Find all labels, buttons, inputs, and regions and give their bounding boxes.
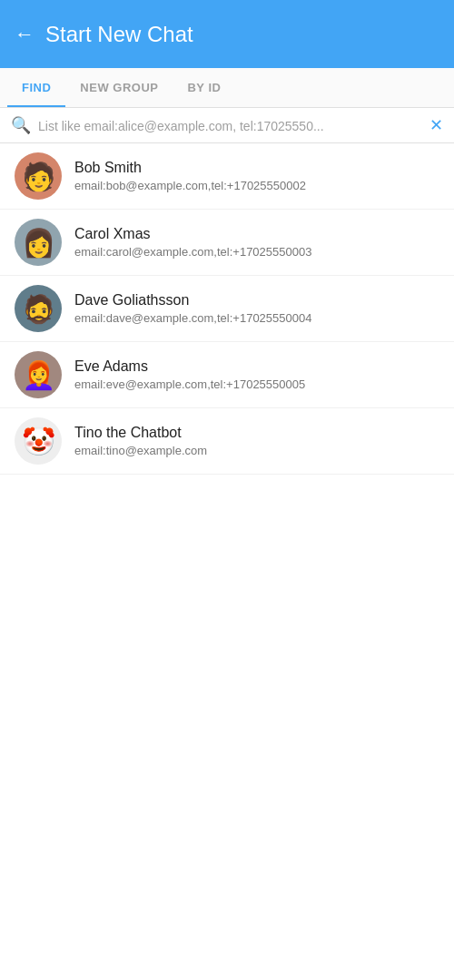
page-title: Start New Chat: [45, 22, 193, 47]
avatar: 👩: [15, 219, 62, 266]
list-item[interactable]: 👩‍🦰Eve Adamsemail:eve@example.com,tel:+1…: [0, 342, 454, 408]
contact-info: Tino the Chatbotemail:tino@example.com: [74, 425, 207, 457]
contact-name: Eve Adams: [74, 358, 305, 375]
avatar: 🤡: [15, 417, 62, 465]
contact-detail: email:carol@example.com,tel:+17025550003: [74, 245, 311, 259]
tab-by-id[interactable]: BY ID: [173, 68, 235, 107]
list-item[interactable]: 🤡Tino the Chatbotemail:tino@example.com: [0, 408, 454, 475]
clear-icon[interactable]: ✕: [429, 115, 443, 135]
header: ← Start New Chat: [0, 0, 454, 68]
search-input[interactable]: [38, 118, 422, 133]
back-button[interactable]: ←: [15, 23, 35, 46]
avatar: 🧑: [15, 152, 62, 200]
contact-name: Tino the Chatbot: [74, 425, 207, 441]
contact-detail: email:eve@example.com,tel:+17025550005: [74, 377, 305, 391]
contact-detail: email:bob@example.com,tel:+17025550002: [74, 179, 306, 192]
tab-find[interactable]: FIND: [7, 68, 65, 107]
search-icon: 🔍: [11, 115, 31, 135]
list-item[interactable]: 👩Carol Xmasemail:carol@example.com,tel:+…: [0, 210, 454, 276]
contact-info: Carol Xmasemail:carol@example.com,tel:+1…: [74, 226, 311, 259]
app-container: ← Start New Chat FIND NEW GROUP BY ID 🔍 …: [0, 0, 454, 980]
contact-name: Dave Goliathsson: [74, 292, 311, 309]
contact-info: Dave Goliathssonemail:dave@example.com,t…: [74, 292, 311, 325]
contact-list: 🧑Bob Smithemail:bob@example.com,tel:+170…: [0, 143, 454, 980]
contact-info: Bob Smithemail:bob@example.com,tel:+1702…: [74, 160, 306, 192]
list-item[interactable]: 🧑Bob Smithemail:bob@example.com,tel:+170…: [0, 143, 454, 210]
list-item[interactable]: 🧔Dave Goliathssonemail:dave@example.com,…: [0, 276, 454, 342]
contact-detail: email:dave@example.com,tel:+17025550004: [74, 311, 311, 325]
tab-new-group[interactable]: NEW GROUP: [65, 68, 173, 107]
contact-info: Eve Adamsemail:eve@example.com,tel:+1702…: [74, 358, 305, 391]
contact-name: Carol Xmas: [74, 226, 311, 242]
search-bar: 🔍 ✕: [0, 108, 454, 143]
tab-bar: FIND NEW GROUP BY ID: [0, 68, 454, 108]
avatar: 👩‍🦰: [15, 351, 62, 398]
avatar: 🧔: [15, 285, 62, 332]
contact-name: Bob Smith: [74, 160, 306, 176]
contact-detail: email:tino@example.com: [74, 444, 207, 457]
